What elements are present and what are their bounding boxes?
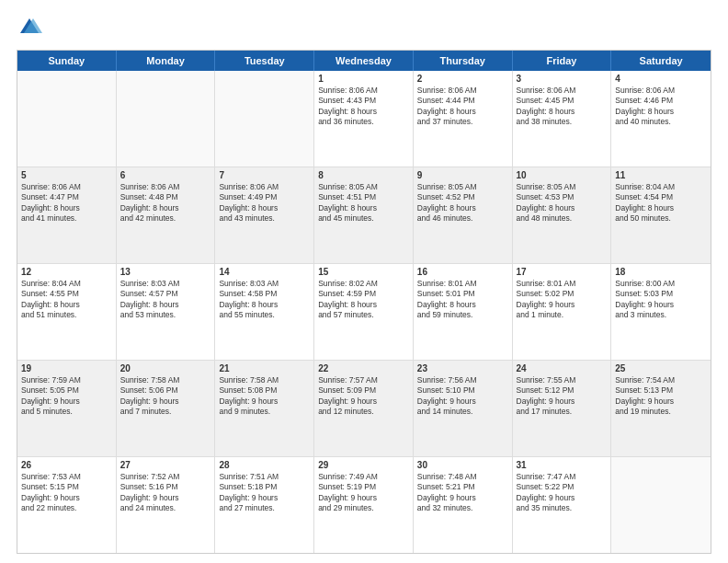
- cell-info: Sunrise: 8:04 AM Sunset: 4:55 PM Dayligh…: [21, 279, 112, 321]
- day-number: 7: [219, 170, 310, 180]
- calendar-cell: [611, 457, 711, 553]
- calendar-cell: 27Sunrise: 7:52 AM Sunset: 5:16 PM Dayli…: [117, 457, 216, 553]
- header: [17, 15, 711, 40]
- cell-info: Sunrise: 8:02 AM Sunset: 4:59 PM Dayligh…: [318, 279, 409, 321]
- calendar-row: 26Sunrise: 7:53 AM Sunset: 5:15 PM Dayli…: [17, 457, 711, 553]
- cell-info: Sunrise: 8:05 AM Sunset: 4:52 PM Dayligh…: [417, 182, 508, 224]
- calendar-row: 12Sunrise: 8:04 AM Sunset: 4:55 PM Dayli…: [17, 264, 711, 361]
- cell-info: Sunrise: 7:58 AM Sunset: 5:08 PM Dayligh…: [219, 375, 310, 418]
- cell-info: Sunrise: 7:54 AM Sunset: 5:13 PM Dayligh…: [615, 375, 707, 418]
- calendar-cell: 5Sunrise: 8:06 AM Sunset: 4:47 PM Daylig…: [17, 167, 117, 263]
- calendar-header-day: Wednesday: [314, 51, 414, 71]
- cell-info: Sunrise: 7:57 AM Sunset: 5:09 PM Dayligh…: [318, 375, 409, 418]
- calendar-cell: 28Sunrise: 7:51 AM Sunset: 5:18 PM Dayli…: [215, 457, 314, 553]
- calendar-cell: 29Sunrise: 7:49 AM Sunset: 5:19 PM Dayli…: [314, 457, 414, 553]
- calendar-header-day: Saturday: [611, 51, 711, 71]
- cell-info: Sunrise: 7:52 AM Sunset: 5:16 PM Dayligh…: [120, 472, 211, 514]
- cell-info: Sunrise: 8:01 AM Sunset: 5:01 PM Dayligh…: [417, 279, 508, 321]
- cell-info: Sunrise: 7:49 AM Sunset: 5:19 PM Dayligh…: [318, 472, 409, 514]
- calendar-header-day: Thursday: [414, 51, 513, 71]
- cell-info: Sunrise: 8:06 AM Sunset: 4:43 PM Dayligh…: [318, 86, 409, 128]
- calendar-cell: 1Sunrise: 8:06 AM Sunset: 4:43 PM Daylig…: [314, 71, 414, 167]
- cell-info: Sunrise: 8:01 AM Sunset: 5:02 PM Dayligh…: [517, 279, 608, 321]
- day-number: 17: [517, 267, 608, 277]
- calendar-cell: 30Sunrise: 7:48 AM Sunset: 5:21 PM Dayli…: [414, 457, 513, 553]
- calendar-cell: 6Sunrise: 8:06 AM Sunset: 4:48 PM Daylig…: [117, 167, 216, 263]
- calendar-cell: 15Sunrise: 8:02 AM Sunset: 4:59 PM Dayli…: [314, 264, 414, 360]
- cell-info: Sunrise: 7:47 AM Sunset: 5:22 PM Dayligh…: [517, 472, 608, 514]
- page: SundayMondayTuesdayWednesdayThursdayFrid…: [0, 0, 728, 563]
- calendar-cell: 11Sunrise: 8:04 AM Sunset: 4:54 PM Dayli…: [611, 167, 711, 263]
- calendar-cell: 23Sunrise: 7:56 AM Sunset: 5:10 PM Dayli…: [414, 361, 513, 456]
- calendar-cell: 9Sunrise: 8:05 AM Sunset: 4:52 PM Daylig…: [414, 167, 513, 263]
- cell-info: Sunrise: 8:05 AM Sunset: 4:51 PM Dayligh…: [318, 182, 409, 224]
- calendar-cell: 24Sunrise: 7:55 AM Sunset: 5:12 PM Dayli…: [513, 361, 612, 456]
- day-number: 15: [318, 267, 409, 277]
- calendar-cell: 17Sunrise: 8:01 AM Sunset: 5:02 PM Dayli…: [513, 264, 612, 360]
- calendar-row: 19Sunrise: 7:59 AM Sunset: 5:05 PM Dayli…: [17, 361, 711, 457]
- day-number: 6: [120, 170, 211, 180]
- calendar: SundayMondayTuesdayWednesdayThursdayFrid…: [17, 50, 711, 554]
- calendar-row: 1Sunrise: 8:06 AM Sunset: 4:43 PM Daylig…: [17, 71, 711, 167]
- logo-icon: [17, 15, 42, 40]
- calendar-body: 1Sunrise: 8:06 AM Sunset: 4:43 PM Daylig…: [17, 71, 711, 553]
- cell-info: Sunrise: 7:59 AM Sunset: 5:05 PM Dayligh…: [21, 375, 112, 418]
- calendar-cell: [17, 71, 117, 167]
- day-number: 29: [318, 460, 409, 470]
- day-number: 21: [219, 363, 310, 373]
- calendar-header-day: Monday: [117, 51, 216, 71]
- cell-info: Sunrise: 7:55 AM Sunset: 5:12 PM Dayligh…: [517, 375, 608, 418]
- calendar-cell: 8Sunrise: 8:05 AM Sunset: 4:51 PM Daylig…: [314, 167, 414, 263]
- day-number: 19: [21, 363, 112, 373]
- calendar-cell: 14Sunrise: 8:03 AM Sunset: 4:58 PM Dayli…: [215, 264, 314, 360]
- day-number: 10: [517, 170, 608, 180]
- calendar-cell: 31Sunrise: 7:47 AM Sunset: 5:22 PM Dayli…: [513, 457, 612, 553]
- calendar-cell: [117, 71, 216, 167]
- calendar-cell: 4Sunrise: 8:06 AM Sunset: 4:46 PM Daylig…: [611, 71, 711, 167]
- cell-info: Sunrise: 8:06 AM Sunset: 4:49 PM Dayligh…: [219, 182, 310, 224]
- calendar-header-day: Sunday: [17, 51, 117, 71]
- calendar-cell: 19Sunrise: 7:59 AM Sunset: 5:05 PM Dayli…: [17, 361, 117, 456]
- day-number: 2: [417, 74, 508, 84]
- day-number: 25: [615, 363, 707, 373]
- day-number: 13: [120, 267, 211, 277]
- cell-info: Sunrise: 8:00 AM Sunset: 5:03 PM Dayligh…: [615, 279, 707, 321]
- cell-info: Sunrise: 8:06 AM Sunset: 4:48 PM Dayligh…: [120, 182, 211, 224]
- day-number: 24: [517, 363, 608, 373]
- cell-info: Sunrise: 7:58 AM Sunset: 5:06 PM Dayligh…: [120, 375, 211, 418]
- cell-info: Sunrise: 8:06 AM Sunset: 4:47 PM Dayligh…: [21, 182, 112, 224]
- calendar-cell: 3Sunrise: 8:06 AM Sunset: 4:45 PM Daylig…: [513, 71, 612, 167]
- calendar-header-day: Friday: [513, 51, 612, 71]
- day-number: 8: [318, 170, 409, 180]
- day-number: 3: [517, 74, 608, 84]
- calendar-cell: 26Sunrise: 7:53 AM Sunset: 5:15 PM Dayli…: [17, 457, 117, 553]
- logo: [17, 15, 46, 40]
- calendar-cell: 10Sunrise: 8:05 AM Sunset: 4:53 PM Dayli…: [513, 167, 612, 263]
- cell-info: Sunrise: 8:03 AM Sunset: 4:58 PM Dayligh…: [219, 279, 310, 321]
- day-number: 31: [517, 460, 608, 470]
- day-number: 4: [615, 74, 707, 84]
- cell-info: Sunrise: 8:05 AM Sunset: 4:53 PM Dayligh…: [517, 182, 608, 224]
- cell-info: Sunrise: 7:48 AM Sunset: 5:21 PM Dayligh…: [417, 472, 508, 514]
- day-number: 14: [219, 267, 310, 277]
- day-number: 16: [417, 267, 508, 277]
- calendar-header: SundayMondayTuesdayWednesdayThursdayFrid…: [17, 51, 711, 71]
- day-number: 20: [120, 363, 211, 373]
- calendar-cell: 25Sunrise: 7:54 AM Sunset: 5:13 PM Dayli…: [611, 361, 711, 456]
- calendar-cell: 2Sunrise: 8:06 AM Sunset: 4:44 PM Daylig…: [414, 71, 513, 167]
- cell-info: Sunrise: 8:06 AM Sunset: 4:45 PM Dayligh…: [517, 86, 608, 128]
- day-number: 5: [21, 170, 112, 180]
- calendar-cell: 16Sunrise: 8:01 AM Sunset: 5:01 PM Dayli…: [414, 264, 513, 360]
- calendar-cell: 21Sunrise: 7:58 AM Sunset: 5:08 PM Dayli…: [215, 361, 314, 456]
- calendar-cell: [215, 71, 314, 167]
- day-number: 22: [318, 363, 409, 373]
- day-number: 18: [615, 267, 707, 277]
- cell-info: Sunrise: 7:56 AM Sunset: 5:10 PM Dayligh…: [417, 375, 508, 418]
- calendar-cell: 7Sunrise: 8:06 AM Sunset: 4:49 PM Daylig…: [215, 167, 314, 263]
- calendar-cell: 13Sunrise: 8:03 AM Sunset: 4:57 PM Dayli…: [117, 264, 216, 360]
- day-number: 11: [615, 170, 707, 180]
- day-number: 9: [417, 170, 508, 180]
- calendar-cell: 18Sunrise: 8:00 AM Sunset: 5:03 PM Dayli…: [611, 264, 711, 360]
- calendar-cell: 20Sunrise: 7:58 AM Sunset: 5:06 PM Dayli…: [117, 361, 216, 456]
- cell-info: Sunrise: 8:06 AM Sunset: 4:46 PM Dayligh…: [615, 86, 707, 128]
